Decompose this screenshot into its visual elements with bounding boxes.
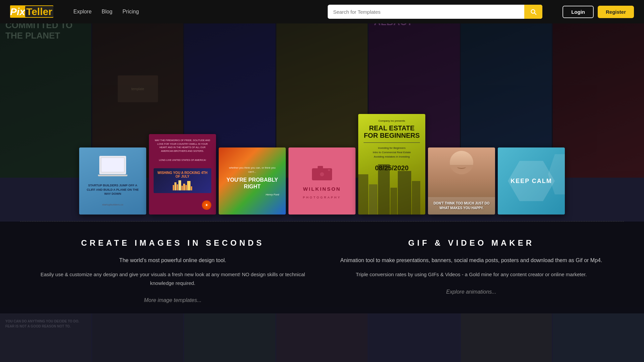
navbar: PixTeller Explore Blog Pricing Login Reg…	[0, 0, 644, 23]
firework-badge: ✦	[154, 200, 211, 210]
bottom-tile-1: YOU CAN DO ANYTHING YOU DECIDE TO DO. FE…	[0, 313, 91, 362]
featured-card-july[interactable]: MAY THE FIREWORKS OF PRIDE, SOLITUDE AND…	[149, 134, 216, 215]
featured-card-keep-calm[interactable]: keep calm	[498, 147, 565, 215]
search-button[interactable]	[524, 5, 542, 19]
july-card-city: WISHING YOU A ROCKING 4TH OF JULY	[154, 168, 211, 193]
gif-title: GIF & VIDEO MAKER	[339, 238, 604, 248]
nav-actions: Login Register	[562, 6, 634, 18]
laptop-base	[98, 175, 127, 176]
svg-point-3	[320, 172, 324, 176]
motivational-overlay: DON'T THINK TOO MUCH JUST DO WHAT MAKES …	[428, 197, 495, 215]
featured-card-photography[interactable]: WILKINSON PHOTOGRAPHY	[288, 147, 356, 215]
keep-calm-text: keep calm	[511, 178, 552, 185]
re-desc1: Intro to Commercial Real Estate	[364, 150, 420, 155]
create-desc2: Easily use & customize any design and gi…	[40, 270, 305, 287]
gif-desc1: Animation tool to make presentations, ba…	[339, 256, 604, 265]
real-estate-content: Company inc presents REAL ESTATE FOR BEG…	[358, 114, 425, 177]
svg-rect-4	[318, 166, 323, 169]
photography-name: WILKINSON	[303, 186, 341, 192]
featured-card-motivational[interactable]: DON'T THINK TOO MUCH JUST DO WHAT MAKES …	[428, 147, 495, 215]
logo-teller: Teller	[25, 6, 53, 17]
hex-partial	[548, 154, 565, 194]
nav-blog[interactable]: Blog	[102, 9, 112, 15]
july-card-text2: LONG LIVE UNITED STATES OF AMERICA!	[154, 159, 211, 161]
search-icon	[530, 8, 537, 15]
gif-video-section: GIF & VIDEO MAKER Animation tool to make…	[339, 238, 604, 303]
re-date: 08/25/2020	[364, 164, 420, 172]
photography-subtitle: PHOTOGRAPHY	[303, 196, 341, 199]
bottom-tile-2	[92, 313, 183, 362]
quote-author: Henry Ford	[225, 193, 279, 196]
create-title: CREATE IMAGES IN SECONDS	[40, 238, 305, 248]
re-title: REAL ESTATE FOR BEGINNERS	[364, 124, 420, 139]
login-button[interactable]: Login	[562, 6, 594, 18]
face-circle	[450, 151, 473, 174]
svg-rect-5	[328, 169, 330, 171]
featured-card-real-estate[interactable]: Company inc presents REAL ESTATE FOR BEG…	[358, 114, 425, 215]
featured-card-startup[interactable]: STARTUP BUILDERS JUMP OFF A CLIFF AND BU…	[79, 147, 146, 215]
search-input[interactable]	[328, 6, 524, 18]
more-templates-link[interactable]: More image templates...	[144, 297, 202, 303]
create-desc1: The world's most powerful online design …	[40, 256, 305, 265]
bottom-section: CREATE IMAGES IN SECONDS The world's mos…	[0, 222, 644, 313]
create-images-section: CREATE IMAGES IN SECONDS The world's mos…	[40, 238, 305, 303]
logo-pix: Pix	[10, 6, 25, 17]
gif-desc2: Triple conversion rates by using GIFs & …	[339, 270, 604, 279]
quote-main-text: YOU'RE PROBABLY RIGHT	[225, 177, 279, 189]
bottom-tile-1-text: YOU CAN DO ANYTHING YOU DECIDE TO DO. FE…	[5, 319, 86, 329]
nav-pricing[interactable]: Pricing	[122, 9, 139, 15]
bottom-tile-7	[553, 313, 644, 362]
nav-links: Explore Blog Pricing	[73, 9, 139, 15]
firework-circle: ✦	[202, 200, 211, 210]
july-city-text: WISHING YOU A ROCKING 4TH OF JULY	[156, 171, 209, 178]
camera-icon	[310, 163, 334, 182]
smile	[457, 165, 466, 169]
search-bar	[328, 5, 542, 19]
re-company: Company inc presents	[364, 119, 420, 122]
bottom-bg-grid: YOU CAN DO ANYTHING YOU DECIDE TO DO. FE…	[0, 313, 644, 362]
july-card-text1: MAY THE FIREWORKS OF PRIDE, SOLITUDE AND…	[154, 139, 211, 153]
quote-pretext: whether you think you can, or think you …	[225, 166, 279, 174]
re-divider	[364, 142, 420, 143]
re-desc2: Avoiding mistakes in Investing	[364, 155, 420, 159]
re-details: Investing for Beginners Intro to Commerc…	[364, 146, 420, 159]
quote-content: whether you think you can, or think you …	[219, 147, 286, 215]
main-content: COMMITTED TO THE PLANET template MY STOR…	[0, 0, 644, 362]
logo[interactable]: PixTeller	[10, 6, 53, 17]
laptop-screen	[101, 158, 124, 172]
register-button[interactable]: Register	[598, 6, 634, 18]
startup-card-subtitle: startupbuilders.co	[102, 203, 123, 206]
startup-card-title: STARTUP BUILDERS JUMP OFF A CLIFF AND BU…	[85, 183, 141, 196]
bottom-tile-5	[369, 313, 460, 362]
motivational-text: DON'T THINK TOO MUCH JUST DO WHAT MAKES …	[432, 201, 491, 210]
bottom-tile-3	[184, 313, 275, 362]
bottom-tile-4	[276, 313, 368, 362]
skyline	[156, 180, 209, 190]
bottom-tile-6	[461, 313, 552, 362]
explore-animations-link[interactable]: Explore animations...	[446, 289, 496, 295]
nav-explore[interactable]: Explore	[73, 9, 92, 15]
star-icon: ✦	[205, 203, 208, 207]
laptop-icon	[99, 156, 126, 174]
re-subtitle: Investing for Beginners	[364, 146, 420, 150]
featured-card-quote[interactable]: whether you think you can, or think you …	[219, 147, 286, 215]
featured-row: STARTUP BUILDERS JUMP OFF A CLIFF AND BU…	[0, 114, 644, 215]
hexagon-shape: keep calm	[508, 161, 555, 201]
